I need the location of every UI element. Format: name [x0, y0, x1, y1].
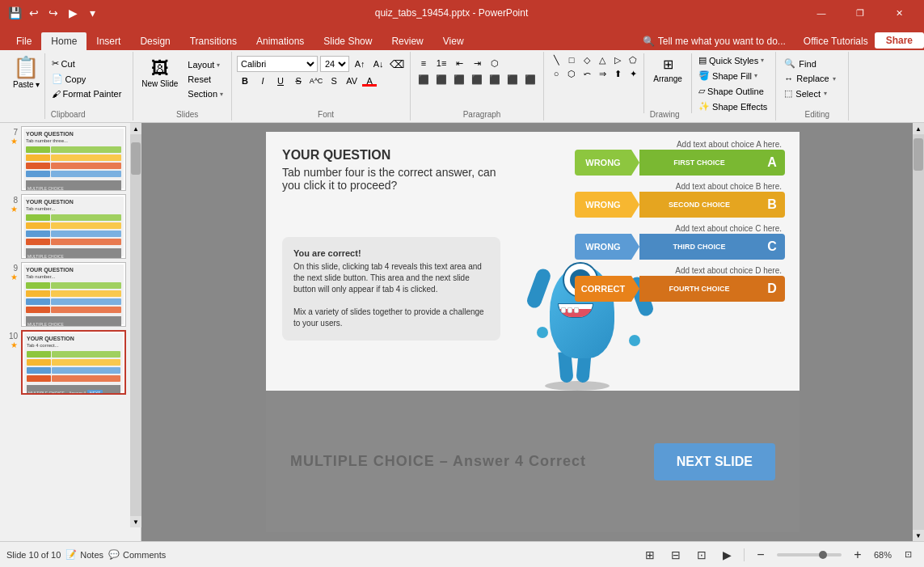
- layout-button[interactable]: Layout▾: [184, 58, 226, 71]
- tab-file[interactable]: File: [6, 32, 41, 50]
- comments-button[interactable]: 💬 Comments: [108, 549, 166, 560]
- help-search[interactable]: 🔍 Tell me what you want to do...: [635, 32, 794, 50]
- tab-transitions[interactable]: Transitions: [180, 32, 247, 50]
- align-left-button[interactable]: ⬛: [416, 72, 432, 87]
- office-tutorials[interactable]: Office Tutorials: [797, 32, 875, 50]
- slide-preview-10[interactable]: YOUR QUESTION Tab 4 correct... MULTIPLE …: [21, 330, 126, 395]
- char-spacing-button[interactable]: AV: [344, 74, 360, 88]
- numbering-button[interactable]: 1≡: [433, 56, 449, 70]
- shape-outline-button[interactable]: ▱ Shape Outline: [695, 84, 770, 98]
- strikethrough-button[interactable]: S: [290, 74, 306, 88]
- reading-view-button[interactable]: ⊡: [692, 545, 711, 565]
- canvas-scrollbar[interactable]: ▲ ▼: [913, 123, 924, 541]
- canvas-scroll-thumb[interactable]: [913, 138, 923, 171]
- find-button[interactable]: 🔍 Find: [781, 57, 838, 70]
- increase-font-button[interactable]: A↑: [352, 57, 368, 71]
- italic-button[interactable]: I: [255, 74, 271, 88]
- align-right-button[interactable]: ⬛: [451, 72, 467, 87]
- format-painter-button[interactable]: 🖌 Format Painter: [49, 87, 125, 100]
- increase-indent-button[interactable]: ⇥: [469, 56, 485, 70]
- shape-cell[interactable]: ⤺: [580, 67, 594, 80]
- undo-button[interactable]: ↩: [26, 5, 42, 21]
- tab-animations[interactable]: Animations: [247, 32, 314, 50]
- shape-cell[interactable]: ⇒: [595, 67, 610, 80]
- slide-thumb-8[interactable]: 8 ★ YOUR QUESTION Tab number... MULTIPLE…: [3, 194, 137, 259]
- tab-view[interactable]: View: [433, 32, 474, 50]
- quick-styles-button[interactable]: ▤ Quick Styles ▾: [695, 53, 770, 67]
- slide-preview-7[interactable]: YOUR QUESTION Tab number three... MULTIP…: [21, 126, 126, 191]
- font-size-select[interactable]: 24: [320, 56, 349, 72]
- tab-slideshow[interactable]: Slide Show: [314, 32, 382, 50]
- slide-thumb-9[interactable]: 9 ★ YOUR QUESTION Tab number... MULTIPLE…: [3, 262, 137, 327]
- shadow-button[interactable]: S: [326, 74, 342, 88]
- choice-b-button[interactable]: WRONG SECOND CHOICE B: [575, 192, 785, 218]
- zoom-slider[interactable]: [777, 553, 842, 556]
- select-dropdown[interactable]: ▾: [824, 90, 827, 97]
- slide-thumb-7[interactable]: 7 ★ YOUR QUESTION Tab number three... MU…: [3, 126, 137, 191]
- tab-review[interactable]: Review: [382, 32, 432, 50]
- font-family-select[interactable]: Calibri: [237, 56, 318, 72]
- underline-button[interactable]: U: [272, 74, 289, 88]
- slide-preview-8[interactable]: YOUR QUESTION Tab number... MULTIPLE CHO…: [21, 194, 126, 259]
- paste-dropdown-arrow[interactable]: ▾: [36, 80, 40, 89]
- canvas-scroll-up[interactable]: ▲: [913, 123, 924, 134]
- new-slide-button[interactable]: 🖼 New Slide: [138, 57, 181, 90]
- replace-button[interactable]: ↔ Replace ▾: [781, 72, 838, 85]
- zoom-in-button[interactable]: +: [848, 545, 867, 565]
- zoom-out-button[interactable]: −: [751, 545, 770, 565]
- reset-button[interactable]: Reset: [184, 73, 226, 86]
- shape-cell[interactable]: ⬆: [610, 67, 625, 80]
- fit-slide-button[interactable]: ⊡: [898, 545, 918, 565]
- scroll-thumb[interactable]: [131, 142, 141, 175]
- save-button[interactable]: 💾: [6, 5, 23, 21]
- smallcaps-button[interactable]: AᴬC: [308, 74, 324, 88]
- paste-button[interactable]: 📋 Paste▾: [8, 53, 45, 119]
- text-direction-button[interactable]: ⬛: [504, 72, 521, 87]
- zoom-thumb[interactable]: [819, 551, 827, 559]
- minimize-button[interactable]: —: [803, 0, 840, 26]
- clear-format-button[interactable]: ⌫: [389, 57, 405, 71]
- shape-cell[interactable]: □: [564, 53, 579, 66]
- present-button[interactable]: ▶: [65, 5, 81, 21]
- replace-dropdown[interactable]: ▾: [833, 75, 836, 83]
- close-button[interactable]: ✕: [880, 0, 918, 26]
- slideshow-button[interactable]: ▶: [718, 545, 737, 565]
- share-button[interactable]: Share: [875, 32, 924, 49]
- restore-button[interactable]: ❐: [842, 0, 879, 26]
- font-color-button[interactable]: A: [361, 74, 378, 88]
- slide-preview-9[interactable]: YOUR QUESTION Tab number... MULTIPLE CHO…: [21, 262, 126, 327]
- slide-sorter-button[interactable]: ⊟: [666, 545, 686, 565]
- choice-d-button[interactable]: CORRECT FOURTH CHOICE D: [575, 276, 785, 302]
- qat-dropdown[interactable]: ▾: [84, 5, 100, 21]
- shape-cell[interactable]: △: [595, 53, 610, 66]
- shape-cell[interactable]: ✦: [626, 67, 640, 80]
- cut-button[interactable]: ✂ Cut: [49, 57, 125, 70]
- normal-view-button[interactable]: ⊞: [640, 545, 660, 565]
- shape-cell[interactable]: ○: [549, 67, 563, 80]
- choice-a-button[interactable]: WRONG FIRST CHOICE A: [575, 150, 785, 176]
- redo-button[interactable]: ↪: [45, 5, 61, 21]
- align-center-button[interactable]: ⬛: [433, 72, 449, 87]
- shape-cell[interactable]: ⬠: [626, 53, 640, 66]
- bullets-button[interactable]: ≡: [416, 56, 432, 70]
- select-button[interactable]: ⬚ Select ▾: [781, 87, 838, 100]
- slide-thumb-10[interactable]: 10 ★ YOUR QUESTION Tab 4 correct... MULT…: [3, 330, 137, 395]
- smartart-button[interactable]: ⬡: [487, 56, 503, 70]
- justify-button[interactable]: ⬛: [469, 72, 485, 87]
- tab-insert[interactable]: Insert: [86, 32, 130, 50]
- shape-cell[interactable]: ⬡: [564, 67, 579, 80]
- decrease-font-button[interactable]: A↓: [370, 57, 386, 71]
- tab-design[interactable]: Design: [130, 32, 179, 50]
- line-spacing-button[interactable]: ⬛: [522, 72, 538, 87]
- decrease-indent-button[interactable]: ⇤: [451, 56, 467, 70]
- scroll-up-button[interactable]: ▲: [130, 123, 141, 134]
- shape-cell[interactable]: ╲: [549, 53, 563, 66]
- slide-panel-scrollbar[interactable]: ▲ ▼: [130, 123, 141, 527]
- notes-button[interactable]: 📝 Notes: [65, 549, 103, 560]
- next-slide-button[interactable]: NEXT SLIDE: [654, 443, 775, 480]
- canvas-scroll-down[interactable]: ▼: [913, 530, 924, 541]
- shape-cell[interactable]: ▷: [610, 53, 625, 66]
- columns-button[interactable]: ⬛: [487, 72, 503, 87]
- scroll-down-button[interactable]: ▼: [130, 516, 141, 527]
- bold-button[interactable]: B: [237, 74, 253, 88]
